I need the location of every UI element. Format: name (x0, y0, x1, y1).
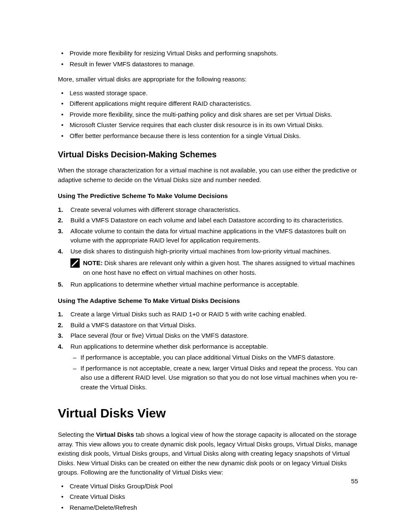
list-item: Microsoft Cluster Service requires that … (58, 120, 358, 130)
bullet-list: Provide more flexibility for resizing Vi… (58, 49, 358, 69)
subsection-heading: Using The Predictive Scheme To Make Volu… (58, 191, 358, 201)
dashed-list: If performance is acceptable, you can pl… (70, 353, 358, 392)
note-text: NOTE: Disk shares are relevant only with… (83, 258, 358, 277)
body-text: More, smaller virtual disks are appropri… (58, 75, 358, 84)
list-item: Allocate volume to contain the data for … (58, 227, 358, 245)
list-item: If performance is acceptable, you can pl… (70, 353, 358, 362)
list-item: Offer better performance because there i… (58, 131, 358, 141)
list-item: Less wasted storage space. (58, 89, 358, 98)
note-icon (70, 258, 80, 277)
list-item: Run applications to determine whether vi… (58, 280, 358, 289)
list-item: If performance is not acceptable, create… (70, 364, 358, 392)
chapter-heading: Virtual Disks View (58, 404, 358, 422)
subsection-heading: Using The Adaptive Scheme To Make Virtua… (58, 296, 358, 306)
page-number: 55 (351, 477, 358, 486)
list-item: Run applications to determine whether di… (58, 342, 358, 392)
note-body: Disk shares are relevant only within a g… (83, 259, 355, 276)
note-block: NOTE: Disk shares are relevant only with… (70, 258, 358, 277)
bullet-list: Less wasted storage space. Different app… (58, 89, 358, 141)
list-item: Build a VMFS datastore on that Virtual D… (58, 321, 358, 330)
body-text: Selecting the Virtual Disks tab shows a … (58, 430, 358, 477)
section-heading: Virtual Disks Decision-Making Schemes (58, 148, 358, 161)
list-item: Result in fewer VMFS datastores to manag… (58, 60, 358, 69)
list-item: Build a VMFS Datastore on each volume an… (58, 216, 358, 225)
note-label: NOTE: (83, 259, 103, 266)
list-item: Provide more flexibility, since the mult… (58, 110, 358, 120)
list-item: Different applications might require dif… (58, 99, 358, 109)
list-item: Create several volumes with different st… (58, 205, 358, 215)
list-item: Place several (four or five) Virtual Dis… (58, 331, 358, 341)
bullet-list: Create Virtual Disks Group/Disk Pool Cre… (58, 482, 358, 513)
ordered-list: Create several volumes with different st… (58, 205, 358, 289)
body-text: When the storage characterization for a … (58, 166, 358, 185)
ordered-list: Create a large Virtual Disks such as RAI… (58, 310, 358, 392)
list-item: Create a large Virtual Disks such as RAI… (58, 310, 358, 319)
text-segment: Selecting the (58, 431, 96, 438)
bold-term: Virtual Disks (96, 431, 134, 438)
list-item: Create Virtual Disks (58, 492, 358, 502)
list-item: Use disk shares to distinguish high-prio… (58, 247, 358, 278)
list-item: Rename/Delete/Refresh (58, 503, 358, 513)
list-item: Provide more flexibility for resizing Vi… (58, 49, 358, 58)
step-text: Run applications to determine whether di… (70, 343, 268, 350)
list-item: Create Virtual Disks Group/Disk Pool (58, 482, 358, 491)
document-page: Provide more flexibility for resizing Vi… (0, 0, 400, 532)
step-text: Use disk shares to distinguish high-prio… (70, 248, 331, 255)
